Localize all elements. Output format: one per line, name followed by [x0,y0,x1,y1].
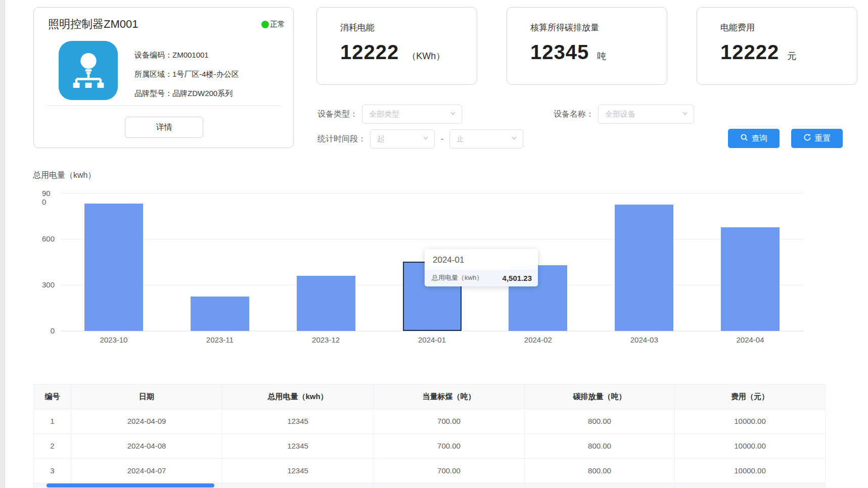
table-header-row: 编号日期总用电量（kwh）当量标煤（吨）碳排放量（吨）费用（元） [34,384,825,409]
device-type-filter: 设备类型： 全部类型 [317,105,462,124]
bar-2023-12[interactable] [297,276,355,331]
table-header-cell: 费用（元） [675,384,825,409]
table-cell: 2024-04-07 [71,459,222,483]
device-model-field: 品牌型号：品牌ZDW200系列 [134,88,239,99]
table-row: 22024-04-0812345700.00800.0010000.00 [34,434,825,459]
table-cell [374,483,525,488]
stat-unit: 元 [787,50,796,62]
table-cell [222,483,374,488]
time-end-select[interactable]: 止 [449,129,523,149]
range-separator: - [441,134,443,143]
device-name-select[interactable]: 全部设备 [598,105,694,124]
stat-value: 12222 [340,41,399,64]
device-status-badge: 正常 [261,20,285,29]
x-axis-label: 2024-03 [591,335,697,344]
x-axis-label: 2023-10 [61,335,167,344]
table-cell: 12345 [222,459,374,483]
refresh-icon [803,133,811,143]
device-title: 照明控制器ZM001 [48,17,138,32]
stat-title: 电能费用 [720,22,755,33]
table-cell [525,483,675,488]
bar-2024-03[interactable] [615,205,673,331]
x-axis-label: 2023-12 [273,335,379,344]
time-start-select[interactable]: 起 [370,129,435,149]
table-cell: 10000.00 [675,459,825,483]
stat-unit: 吨 [597,50,606,62]
chevron-down-icon [422,134,429,143]
device-name-label: 设备名称： [554,109,594,120]
stat-title: 消耗电能 [340,22,375,33]
gridline [61,239,803,239]
bar-chart: 总用电量（kwh） 2024-01 总用电量（kwh） 4,501.23 900… [0,167,868,355]
table-header-cell: 编号 [34,384,71,409]
table-cell: 700.00 [374,409,525,434]
device-area-field: 所属区域：1号厂区-4楼-办公区 [134,69,239,79]
y-axis-tick: 300 [39,280,55,289]
table-cell: 2 [34,434,71,459]
stat-card-cost: 电能费用 12222 元 [697,7,857,85]
table-cell: 10000.00 [675,409,825,434]
lightbulb-network-icon [65,46,112,95]
table-cell: 12345 [222,434,374,459]
gridline [61,193,803,193]
x-axis-label: 2024-02 [485,335,591,344]
device-image-tile [59,41,118,100]
chevron-down-icon [449,110,456,119]
status-dot [261,21,269,28]
x-axis-label: 2024-04 [697,335,803,344]
tooltip-series-label: 总用电量（kwh） [432,273,483,282]
tooltip-date: 2024-01 [433,255,531,265]
table-header-cell: 碳排放量（吨） [525,384,675,409]
table-row: 12024-04-0912345700.00800.0010000.00 [34,409,825,434]
bar-2024-04[interactable] [721,227,780,331]
device-code-field: 设备编码：ZM001001 [134,50,239,60]
detail-button[interactable]: 详情 [125,117,203,138]
x-axis-label: 2024-01 [379,335,485,344]
stat-unit: （KWh） [407,50,445,62]
query-button[interactable]: 查询 [728,129,780,148]
table-cell: 700.00 [374,459,525,483]
chart-title: 总用电量（kwh） [33,170,96,181]
consumption-table: 编号日期总用电量（kwh）当量标煤（吨）碳排放量（吨）费用（元）12024-04… [33,384,826,488]
time-range-filter: 统计时间段： 起 - 止 [317,129,523,149]
chevron-down-icon [511,134,518,143]
y-axis-tick: 600 [39,234,55,243]
table-row: 32024-04-0712345700.00800.0010000.00 [34,459,825,483]
device-card: 照明控制器ZM001 正常 设备编码：ZM001001 [33,7,294,148]
stat-value: 12222 [720,41,779,64]
table-cell [675,483,825,488]
stat-title: 核算所得碳排放量 [530,22,599,33]
stat-card-carbon: 核算所得碳排放量 12345 吨 [507,7,667,85]
device-type-select[interactable]: 全部类型 [362,105,462,124]
table-cell: 3 [34,459,71,483]
chevron-down-icon [681,110,689,119]
table-header-cell: 日期 [71,384,222,409]
stat-value: 12345 [530,41,589,64]
status-label: 正常 [270,20,285,29]
table-header-cell: 总用电量（kwh） [222,384,374,409]
device-type-label: 设备类型： [317,109,358,120]
bar-2023-10[interactable] [84,204,143,331]
bar-2023-11[interactable] [191,297,249,331]
tooltip-value: 4,501.23 [502,274,532,282]
table-cell: 800.00 [525,459,675,483]
card-divider [46,106,281,106]
x-axis-label: 2023-11 [167,335,273,344]
chart-tooltip: 2024-01 总用电量（kwh） 4,501.23 [425,249,538,286]
table-cell: 2024-04-08 [71,434,222,459]
time-range-label: 统计时间段： [317,134,366,144]
stat-card-energy: 消耗电能 12222 （KWh） [316,7,477,85]
y-axis-tick: 900 [42,189,53,206]
search-icon [740,133,748,143]
table-cell: 2024-04-09 [71,409,222,434]
table-cell: 700.00 [374,434,525,459]
table-cell: 12345 [222,409,374,434]
table-cell: 800.00 [525,409,675,434]
horizontal-scrollbar-thumb[interactable] [47,483,214,487]
reset-button[interactable]: 重置 [791,129,843,148]
y-axis-tick: 0 [39,326,55,335]
table-cell: 800.00 [525,434,675,459]
x-axis-line [61,331,803,331]
table-cell: 1 [34,409,71,434]
dashboard-page: 照明控制器ZM001 正常 设备编码：ZM001001 [0,0,868,488]
